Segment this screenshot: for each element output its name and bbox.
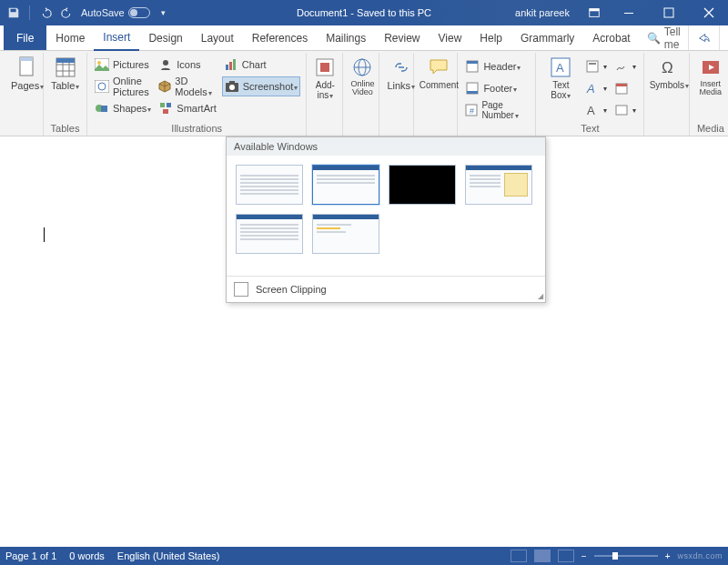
pages-button[interactable]: Pages bbox=[9, 55, 46, 92]
omega-icon: Ω bbox=[658, 56, 680, 78]
window-thumbnail[interactable] bbox=[389, 165, 456, 205]
header-button[interactable]: Header bbox=[463, 56, 530, 76]
zoom-slider[interactable] bbox=[594, 555, 658, 557]
zoom-in-button[interactable]: + bbox=[665, 551, 671, 561]
title-bar: AutoSave ▾ Document1 - Saved to this PC … bbox=[0, 0, 728, 25]
tab-grammarly[interactable]: Grammarly bbox=[511, 25, 583, 50]
autosave-label: AutoSave bbox=[81, 7, 125, 18]
tab-layout[interactable]: Layout bbox=[192, 25, 243, 50]
tell-me-label: Tell me bbox=[664, 25, 681, 51]
toggle-off-icon[interactable] bbox=[128, 7, 150, 18]
svg-rect-18 bbox=[226, 65, 228, 70]
tab-mailings[interactable]: Mailings bbox=[317, 25, 375, 50]
print-layout-button[interactable] bbox=[534, 550, 551, 562]
window-thumbnail[interactable] bbox=[236, 165, 303, 205]
online-video-button[interactable]: Online Video bbox=[349, 55, 376, 96]
tab-insert[interactable]: Insert bbox=[94, 25, 139, 51]
svg-rect-1 bbox=[590, 9, 600, 12]
window-thumbnail[interactable] bbox=[236, 214, 303, 254]
page-number-button[interactable]: # Page Number bbox=[463, 100, 530, 120]
shapes-button[interactable]: Shapes bbox=[93, 98, 153, 118]
svg-rect-10 bbox=[95, 80, 109, 93]
wordart-button[interactable]: A▾ bbox=[583, 78, 609, 98]
footer-button[interactable]: Footer bbox=[463, 78, 530, 98]
tab-design[interactable]: Design bbox=[139, 25, 191, 50]
table-icon bbox=[55, 56, 76, 78]
window-thumbnail[interactable] bbox=[312, 214, 379, 254]
maximize-button[interactable] bbox=[650, 0, 688, 25]
read-mode-button[interactable] bbox=[511, 550, 527, 562]
status-words[interactable]: 0 words bbox=[69, 550, 105, 561]
qat-customize-icon[interactable]: ▾ bbox=[156, 5, 172, 21]
signature-button[interactable]: ▾ bbox=[612, 56, 638, 76]
tab-acrobat[interactable]: Acrobat bbox=[583, 25, 639, 50]
text-cursor bbox=[44, 227, 45, 242]
tab-home[interactable]: Home bbox=[46, 25, 94, 50]
object-button[interactable]: ▾ bbox=[612, 100, 638, 120]
svg-rect-41 bbox=[616, 84, 627, 86]
globe-icon bbox=[351, 56, 373, 78]
tab-references[interactable]: References bbox=[243, 25, 317, 50]
insert-media-button[interactable]: Insert Media bbox=[695, 55, 725, 96]
redo-icon[interactable] bbox=[59, 5, 76, 21]
links-button[interactable]: Links bbox=[385, 55, 417, 92]
svg-rect-19 bbox=[229, 62, 232, 70]
status-page[interactable]: Page 1 of 1 bbox=[5, 550, 56, 561]
pictures-button[interactable]: Pictures bbox=[93, 55, 153, 75]
svg-rect-5 bbox=[20, 57, 33, 61]
close-button[interactable] bbox=[690, 0, 728, 25]
window-thumbnail[interactable] bbox=[465, 165, 532, 205]
screen-clipping-item[interactable]: Screen Clipping bbox=[227, 276, 545, 302]
smartart-button[interactable]: SmartArt bbox=[157, 98, 217, 118]
3d-models-button[interactable]: 3D Models bbox=[157, 76, 217, 96]
status-language[interactable]: English (United States) bbox=[117, 550, 220, 561]
pictures-icon bbox=[95, 57, 109, 72]
svg-rect-37 bbox=[589, 63, 596, 65]
drop-cap-button[interactable]: A▾ bbox=[583, 100, 609, 120]
group-header-footer: Header Footer # Page Number bbox=[458, 53, 536, 136]
page-number-icon: # bbox=[465, 103, 478, 117]
resize-grip-icon[interactable]: ◢ bbox=[538, 292, 543, 300]
tab-review[interactable]: Review bbox=[375, 25, 429, 50]
svg-rect-31 bbox=[467, 91, 478, 94]
group-text: A Text Box ▾ A▾ A▾ ▾ ▾ Text bbox=[536, 53, 644, 136]
web-layout-button[interactable] bbox=[558, 550, 574, 562]
group-addins: Add-ins bbox=[307, 53, 343, 136]
object-icon bbox=[614, 103, 629, 117]
clip-icon bbox=[234, 282, 248, 297]
svg-text:#: # bbox=[470, 106, 474, 116]
screenshot-button[interactable]: Screenshot bbox=[222, 76, 301, 96]
tell-me-search[interactable]: 🔍 Tell me bbox=[640, 25, 688, 50]
header-icon bbox=[465, 59, 480, 74]
tab-help[interactable]: Help bbox=[470, 25, 511, 50]
comment-button[interactable]: Comment bbox=[420, 55, 458, 90]
symbols-button[interactable]: Ω Symbols bbox=[650, 55, 688, 91]
minimize-button[interactable] bbox=[610, 0, 648, 25]
addins-icon bbox=[314, 56, 336, 78]
tab-file[interactable]: File bbox=[4, 25, 46, 50]
date-time-button[interactable] bbox=[612, 78, 638, 98]
screenshot-dropdown-header: Available Windows bbox=[227, 137, 545, 156]
svg-rect-16 bbox=[167, 103, 171, 107]
group-tables: Table Tables bbox=[44, 53, 87, 136]
autosave-toggle[interactable]: AutoSave bbox=[81, 7, 150, 18]
zoom-out-button[interactable]: − bbox=[581, 551, 587, 561]
svg-rect-3 bbox=[664, 8, 673, 17]
comments-button[interactable] bbox=[719, 25, 728, 50]
svg-rect-7 bbox=[56, 58, 75, 63]
svg-rect-15 bbox=[160, 103, 165, 107]
account-name[interactable]: ankit pareek bbox=[515, 7, 570, 18]
tab-view[interactable]: View bbox=[430, 25, 471, 50]
share-button[interactable] bbox=[688, 25, 719, 50]
quick-parts-button[interactable]: ▾ bbox=[583, 56, 609, 76]
undo-icon[interactable] bbox=[37, 5, 54, 21]
icons-button[interactable]: Icons bbox=[157, 55, 217, 75]
table-button[interactable]: Table bbox=[49, 55, 81, 92]
ribbon-options-icon[interactable] bbox=[581, 0, 608, 25]
window-thumbnail[interactable] bbox=[312, 165, 379, 205]
save-icon[interactable] bbox=[5, 5, 22, 21]
online-pictures-button[interactable]: Online Pictures bbox=[93, 76, 153, 96]
addins-button[interactable]: Add-ins bbox=[312, 55, 338, 101]
text-box-button[interactable]: A Text Box bbox=[541, 55, 580, 101]
chart-button[interactable]: Chart bbox=[222, 55, 301, 75]
